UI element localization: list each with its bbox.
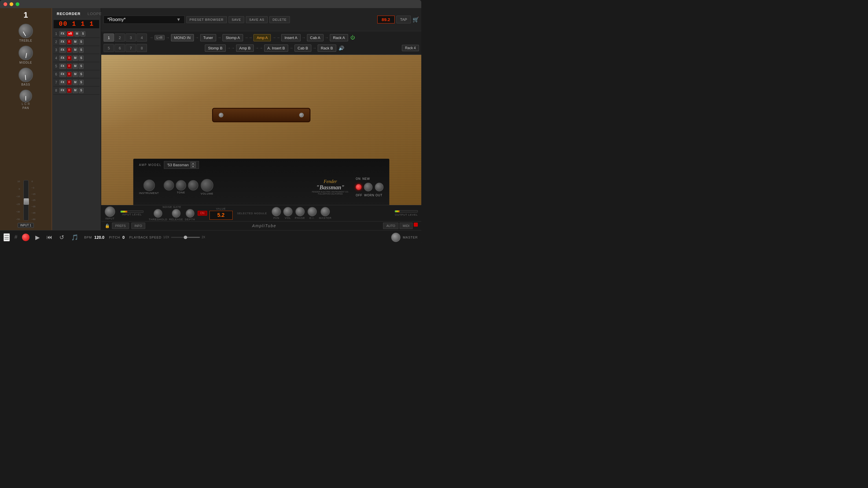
tap-button[interactable]: TAP bbox=[396, 15, 411, 24]
play-button[interactable]: ▶ bbox=[34, 233, 41, 242]
tone-knob-2[interactable] bbox=[176, 180, 186, 191]
mono-in-button[interactable]: MONO IN bbox=[171, 34, 194, 41]
rack-4-badge[interactable]: Rack 4 bbox=[402, 45, 419, 51]
track-3-rec-btn[interactable]: R bbox=[67, 47, 72, 53]
release-knob[interactable] bbox=[172, 209, 181, 218]
track-6-fx-btn[interactable]: FX bbox=[59, 72, 66, 77]
track-1-solo-btn[interactable]: S bbox=[81, 31, 85, 36]
track-5-fx-btn[interactable]: FX bbox=[59, 64, 66, 69]
instrument-knob[interactable] bbox=[143, 180, 155, 191]
maximize-button[interactable] bbox=[16, 2, 20, 6]
on-button[interactable]: ON bbox=[197, 211, 207, 216]
tab-5[interactable]: 5 bbox=[103, 44, 114, 52]
minimize-button[interactable] bbox=[9, 2, 13, 6]
track-5-solo-btn[interactable]: S bbox=[79, 64, 84, 69]
tuner-button[interactable]: Tuner bbox=[200, 34, 216, 41]
amp-toggle-1[interactable] bbox=[364, 183, 372, 191]
save-button[interactable]: SAVE bbox=[228, 16, 245, 23]
pan-effects-knob[interactable] bbox=[272, 207, 281, 216]
track-4-rec-btn[interactable]: R bbox=[67, 56, 72, 61]
track-4-solo-btn[interactable]: S bbox=[79, 56, 84, 61]
track-6-mute-btn[interactable]: M bbox=[73, 72, 78, 77]
track-2-fx-btn[interactable]: FX bbox=[59, 39, 66, 44]
tab-8[interactable]: 8 bbox=[136, 44, 147, 52]
track-3-mute-btn[interactable]: M bbox=[73, 47, 78, 53]
close-button[interactable] bbox=[3, 2, 7, 6]
volume-knob[interactable] bbox=[201, 179, 214, 192]
track-6-solo-btn[interactable]: S bbox=[79, 72, 84, 77]
tab-3[interactable]: 3 bbox=[126, 34, 136, 42]
track-8-solo-btn[interactable]: S bbox=[79, 88, 84, 93]
treble-knob[interactable] bbox=[19, 24, 33, 38]
tone-knob-1[interactable] bbox=[164, 180, 174, 191]
track-2-rec-btn[interactable]: R bbox=[67, 39, 72, 44]
loop-button[interactable]: ↺ bbox=[58, 233, 65, 242]
preset-selector[interactable]: *Roomy* ▼ bbox=[103, 15, 185, 24]
tab-6[interactable]: 6 bbox=[115, 44, 125, 52]
amp-model-up-arrow[interactable]: ▲ bbox=[190, 162, 195, 165]
track-7-solo-btn[interactable]: S bbox=[79, 80, 84, 85]
track-8-mute-btn[interactable]: M bbox=[73, 88, 78, 93]
track-7-fx-btn[interactable]: FX bbox=[59, 80, 66, 85]
master-knob-effects[interactable] bbox=[320, 207, 330, 216]
stomp-b-button[interactable]: Stomp B bbox=[205, 44, 226, 52]
master-volume-knob[interactable] bbox=[391, 233, 400, 242]
hamburger-icon[interactable]: ☰ bbox=[3, 233, 10, 241]
auto-button[interactable]: AUTO bbox=[383, 223, 398, 229]
record-button[interactable] bbox=[22, 234, 30, 241]
phase-knob[interactable] bbox=[296, 207, 305, 216]
track-7-mute-btn[interactable]: M bbox=[73, 80, 78, 85]
tab-7[interactable]: 7 bbox=[126, 44, 136, 52]
speed-thumb[interactable] bbox=[184, 236, 187, 239]
info-button[interactable]: INFO bbox=[131, 223, 145, 229]
track-3-solo-btn[interactable]: S bbox=[79, 47, 84, 53]
cart-icon[interactable]: 🛒 bbox=[412, 17, 419, 23]
metronome-button[interactable]: 🎵 bbox=[70, 233, 80, 242]
track-4-fx-btn[interactable]: FX bbox=[59, 56, 66, 61]
vol-knob[interactable] bbox=[283, 207, 292, 216]
amp-model-down-arrow[interactable]: ▼ bbox=[190, 165, 195, 168]
track-7-rec-btn[interactable]: R bbox=[67, 80, 72, 85]
preset-browser-button[interactable]: PRESET BROWSER bbox=[186, 16, 227, 23]
track-5-mute-btn[interactable]: M bbox=[73, 64, 78, 69]
midi-button[interactable]: MIDI bbox=[400, 223, 412, 229]
fader-track-1[interactable] bbox=[24, 180, 29, 221]
rack-b-button[interactable]: Rack B bbox=[318, 44, 336, 52]
input-knob[interactable] bbox=[105, 206, 115, 217]
cab-a-button[interactable]: Cab A bbox=[307, 34, 323, 41]
rack-a-button[interactable]: Rack A bbox=[330, 34, 348, 41]
depth-knob[interactable] bbox=[186, 209, 194, 218]
hash-icon[interactable]: # bbox=[14, 234, 18, 240]
tone-knob-3[interactable] bbox=[188, 180, 198, 191]
track-3-fx-btn[interactable]: FX bbox=[59, 47, 66, 53]
save-as-button[interactable]: SAVE AS bbox=[246, 16, 268, 23]
middle-knob[interactable] bbox=[19, 46, 33, 60]
amp-model-selector[interactable]: '53 Bassman ▲ ▼ bbox=[164, 161, 199, 169]
insert-a-button[interactable]: Insert A bbox=[281, 34, 300, 41]
tab-1[interactable]: 1 bbox=[103, 34, 114, 42]
insert-b-button[interactable]: A. Insert B bbox=[264, 44, 288, 52]
amp-a-button[interactable]: Amp A bbox=[253, 34, 271, 41]
tab-4[interactable]: 4 bbox=[136, 34, 147, 42]
track-2-mute-btn[interactable]: M bbox=[73, 39, 78, 44]
recorder-tab[interactable]: RECORDER bbox=[53, 10, 84, 17]
track-5-rec-btn[interactable]: R bbox=[67, 64, 72, 69]
amp-b-button[interactable]: Amp B bbox=[236, 44, 254, 52]
pan-knob[interactable] bbox=[20, 90, 32, 102]
tab-2[interactable]: 2 bbox=[115, 34, 125, 42]
di-knob[interactable] bbox=[308, 207, 317, 216]
cab-b-button[interactable]: Cab B bbox=[294, 44, 311, 52]
track-1-fx-btn[interactable]: FX bbox=[59, 31, 66, 36]
speed-slider[interactable] bbox=[171, 237, 200, 238]
delete-button[interactable]: DELETE bbox=[269, 16, 290, 23]
fader-thumb-1[interactable] bbox=[24, 198, 29, 205]
track-8-fx-btn[interactable]: FX bbox=[59, 88, 66, 93]
track-8-rec-btn[interactable]: R bbox=[67, 88, 72, 93]
lock-icon[interactable]: 🔒 bbox=[105, 224, 110, 228]
track-2-solo-btn[interactable]: S bbox=[79, 39, 84, 44]
track-1-mute-btn[interactable]: M bbox=[74, 31, 80, 36]
prefs-button[interactable]: PREFS bbox=[112, 223, 129, 229]
track-4-mute-btn[interactable]: M bbox=[73, 56, 78, 61]
amp-toggle-2[interactable] bbox=[375, 183, 383, 191]
stomp-a-button[interactable]: Stomp A bbox=[222, 34, 243, 41]
